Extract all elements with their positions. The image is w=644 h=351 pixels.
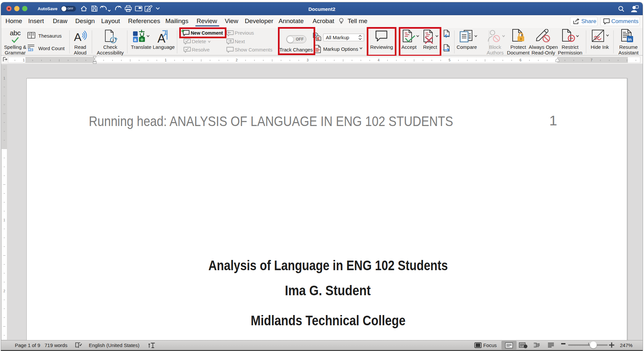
svg-text:2: 2 xyxy=(3,289,5,293)
svg-text:1: 1 xyxy=(3,77,5,80)
svg-text:1: 1 xyxy=(23,58,25,62)
svg-text:1: 1 xyxy=(165,58,167,62)
svg-text:3: 3 xyxy=(307,58,309,62)
svg-text:123: 123 xyxy=(28,48,33,51)
svg-text:4: 4 xyxy=(378,58,380,62)
svg-text:1: 1 xyxy=(3,218,5,222)
svg-text:6: 6 xyxy=(520,58,522,62)
svg-text:7: 7 xyxy=(591,58,593,62)
svg-text:A: A xyxy=(157,32,165,44)
svg-text:5: 5 xyxy=(449,58,451,62)
svg-text:2: 2 xyxy=(236,58,238,62)
svg-text:A: A xyxy=(74,31,82,43)
svg-text:in: in xyxy=(628,37,632,42)
svg-text:a: a xyxy=(134,37,137,42)
